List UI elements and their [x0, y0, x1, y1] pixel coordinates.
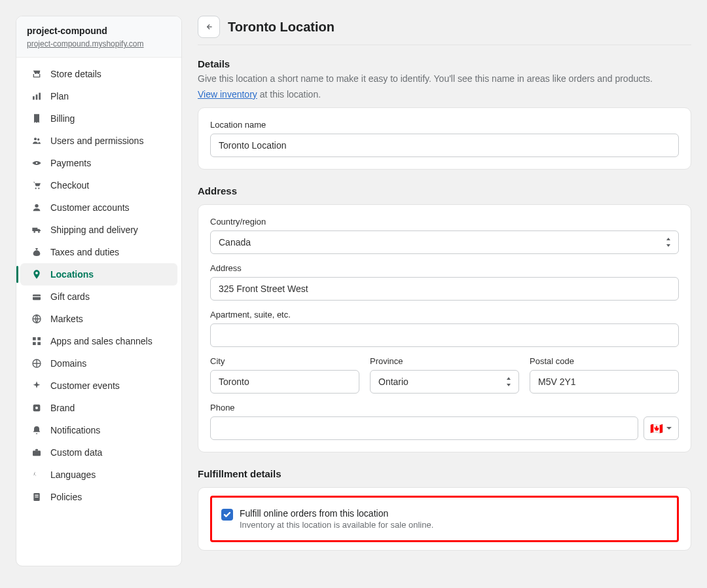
inventory-suffix: at this location. [260, 89, 321, 100]
store-domain-link[interactable]: project-compound.myshopify.com [27, 39, 144, 48]
sidebar-item-gift-cards[interactable]: Gift cards [20, 285, 177, 308]
sidebar-item-shipping-and-delivery[interactable]: Shipping and delivery [20, 219, 177, 241]
sidebar-item-label: Domains [50, 358, 86, 369]
sidebar-item-label: Plan [50, 91, 69, 101]
view-inventory-link[interactable]: View inventory [198, 89, 257, 100]
province-select[interactable] [370, 370, 519, 394]
sidebar-item-domains[interactable]: Domains [20, 352, 177, 375]
policies-icon [31, 491, 43, 503]
apartment-label: Apartment, suite, etc. [210, 310, 679, 320]
divider [198, 45, 691, 45]
sidebar-item-label: Policies [50, 492, 82, 502]
phone-label: Phone [210, 403, 679, 413]
svg-point-5 [36, 162, 38, 164]
sidebar-item-taxes-and-duties[interactable]: Taxes and duties [20, 241, 177, 263]
users-icon [31, 135, 43, 147]
brand-icon [31, 402, 43, 414]
domain-globe-icon [31, 358, 43, 369]
settings-sidebar: project-compound project-compound.myshop… [16, 16, 182, 566]
city-input[interactable] [210, 370, 359, 394]
fulfill-online-subtext: Inventory at this location is available … [240, 520, 433, 530]
sidebar-item-markets[interactable]: Markets [20, 308, 177, 330]
project-name: project-compound [27, 26, 171, 36]
sidebar-item-plan[interactable]: Plan [20, 85, 177, 107]
postal-input[interactable] [530, 370, 679, 394]
truck-icon [31, 224, 43, 236]
fulfillment-heading: Fulfillment details [198, 468, 691, 479]
province-label: Province [370, 356, 519, 366]
details-heading: Details [198, 58, 691, 69]
sidebar-header: project-compound project-compound.myshop… [16, 16, 181, 58]
svg-point-9 [33, 231, 35, 233]
sidebar-item-customer-events[interactable]: Customer events [20, 375, 177, 397]
details-section: Details Give this location a short name … [198, 58, 691, 170]
sidebar-item-payments[interactable]: Payments [20, 152, 177, 174]
chevron-down-icon [666, 425, 672, 432]
globe-icon [31, 313, 43, 325]
city-label: City [210, 356, 359, 366]
svg-point-7 [38, 188, 39, 189]
apps-icon [31, 335, 43, 347]
sidebar-item-custom-data[interactable]: Custom data [20, 441, 177, 464]
svg-point-4 [37, 138, 39, 140]
svg-rect-24 [35, 496, 38, 497]
sidebar-item-label: Markets [50, 314, 83, 324]
address-card: Country/region Address Apartment, suite,… [198, 204, 691, 452]
svg-point-10 [38, 231, 40, 233]
sidebar-item-locations[interactable]: Locations [20, 263, 177, 285]
sidebar-item-label: Customer accounts [50, 202, 130, 213]
svg-rect-14 [33, 337, 36, 340]
sidebar-item-notifications[interactable]: Notifications [20, 419, 177, 441]
briefcase-icon [31, 447, 43, 458]
svg-rect-1 [36, 94, 38, 100]
sidebar-item-languages[interactable]: Languages [20, 464, 177, 486]
country-select[interactable] [210, 230, 679, 254]
location-name-input[interactable] [210, 134, 679, 157]
settings-nav-list: Store detailsPlanBillingUsers and permis… [16, 58, 181, 513]
svg-rect-23 [35, 495, 38, 496]
sidebar-item-policies[interactable]: Policies [20, 486, 177, 508]
svg-rect-17 [37, 342, 41, 345]
fulfillment-section: Fulfillment details Fulfill online order… [198, 468, 691, 551]
person-icon [31, 202, 43, 213]
fulfill-online-label: Fulfill online orders from this location [240, 508, 433, 519]
sidebar-item-store-details[interactable]: Store details [20, 63, 177, 85]
cart-icon [31, 179, 43, 191]
address-input[interactable] [210, 277, 679, 301]
sidebar-item-checkout[interactable]: Checkout [20, 174, 177, 196]
sidebar-item-customer-accounts[interactable]: Customer accounts [20, 196, 177, 219]
sidebar-item-label: Shipping and delivery [50, 225, 138, 235]
sidebar-item-label: Languages [50, 469, 96, 480]
sidebar-item-apps-and-sales-channels[interactable]: Apps and sales channels [20, 330, 177, 352]
money-bag-icon [31, 246, 43, 258]
sidebar-item-label: Billing [50, 113, 75, 124]
apartment-input[interactable] [210, 323, 679, 347]
payments-icon [31, 157, 43, 169]
gift-card-icon [31, 291, 43, 303]
sidebar-item-label: Customer events [50, 380, 120, 391]
canada-flag-icon: 🇨🇦 [650, 422, 663, 435]
location-name-label: Location name [210, 120, 679, 130]
sparkle-icon [31, 380, 43, 392]
sidebar-item-label: Payments [50, 158, 91, 168]
fulfillment-card: Fulfill online orders from this location… [198, 487, 691, 551]
arrow-left-icon [204, 22, 213, 31]
back-button[interactable] [198, 16, 220, 38]
sidebar-item-billing[interactable]: Billing [20, 107, 177, 130]
sidebar-item-brand[interactable]: Brand [20, 397, 177, 419]
svg-rect-15 [37, 337, 41, 340]
svg-rect-21 [33, 450, 41, 456]
sidebar-item-label: Taxes and duties [50, 247, 119, 257]
bell-icon [31, 424, 43, 436]
svg-rect-12 [33, 296, 41, 297]
phone-country-button[interactable]: 🇨🇦 [644, 416, 679, 440]
fulfill-online-checkbox[interactable] [221, 509, 233, 521]
fulfillment-highlight: Fulfill online orders from this location… [210, 496, 679, 542]
check-icon [223, 511, 231, 519]
sidebar-item-label: Gift cards [50, 291, 90, 302]
postal-label: Postal code [530, 356, 679, 366]
svg-rect-16 [33, 342, 36, 345]
sidebar-item-users-and-permissions[interactable]: Users and permissions [20, 130, 177, 152]
phone-input[interactable] [210, 416, 638, 440]
svg-rect-2 [39, 93, 41, 100]
